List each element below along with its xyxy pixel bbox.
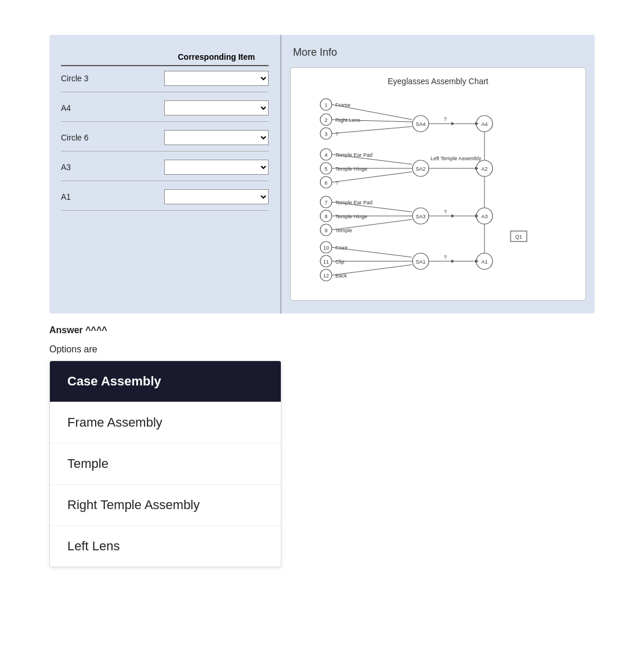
svg-line-56: [332, 219, 412, 230]
more-info-title: More Info: [293, 46, 586, 59]
svg-text:?: ?: [444, 254, 447, 260]
svg-line-16: [332, 127, 412, 134]
right-section: More Info Eyeglasses Assembly Chart 1 Fr…: [281, 35, 595, 313]
svg-text:Q1: Q1: [515, 234, 522, 240]
svg-line-77: [332, 247, 412, 257]
correspondence-table: Corresponding Item Circle 3 A4 Circle 6 …: [61, 52, 269, 211]
option-item-3[interactable]: Right Temple Assembly: [50, 485, 281, 526]
options-container: Case AssemblyFrame AssemblyTempleRight T…: [49, 360, 281, 567]
row-label-3: A3: [61, 163, 164, 172]
svg-text:A1: A1: [481, 259, 487, 265]
dropdown-select-0[interactable]: [164, 71, 269, 86]
dropdown-cell-1[interactable]: [164, 100, 269, 116]
row-label-0: Circle 3: [61, 74, 164, 83]
bottom-section: Answer ^^^^ Options are Case AssemblyFra…: [49, 325, 595, 567]
table-row: Circle 6: [61, 130, 269, 152]
option-item-1[interactable]: Frame Assembly: [50, 402, 281, 444]
svg-text:Left Temple Assembly: Left Temple Assembly: [430, 156, 482, 161]
dropdown-cell-0[interactable]: [164, 71, 269, 86]
diagram-title: Eyeglasses Assembly Chart: [299, 77, 577, 86]
svg-text:4: 4: [324, 152, 327, 158]
dropdown-select-1[interactable]: [164, 100, 269, 116]
svg-text:9: 9: [324, 228, 327, 233]
svg-line-79: [332, 265, 412, 275]
svg-text:Temple Hinge: Temple Hinge: [335, 166, 367, 172]
table-row: A1: [61, 189, 269, 211]
svg-text:8: 8: [324, 214, 327, 219]
svg-text:5: 5: [324, 166, 327, 172]
column-header: Corresponding Item: [164, 52, 269, 62]
diagram-box: Eyeglasses Assembly Chart 1 Frame 2 Righ…: [290, 67, 586, 301]
option-item-0[interactable]: Case Assembly: [50, 361, 281, 402]
option-item-2[interactable]: Temple: [50, 444, 281, 485]
answer-label: Answer ^^^^: [49, 325, 595, 336]
svg-text:SA4: SA4: [415, 121, 425, 127]
svg-text:Clip: Clip: [335, 259, 345, 265]
svg-text:7: 7: [324, 200, 327, 205]
assembly-chart-svg: 1 Frame 2 Right Lens 3 ? SA4 ? A4: [299, 92, 577, 289]
svg-text:SA3: SA3: [415, 214, 425, 219]
left-section: Corresponding Item Circle 3 A4 Circle 6 …: [49, 35, 281, 313]
row-label-1: A4: [61, 103, 164, 113]
svg-text:A4: A4: [481, 121, 487, 127]
svg-marker-83: [475, 259, 479, 263]
svg-text:12: 12: [323, 273, 329, 279]
table-row: A3: [61, 160, 269, 181]
dropdown-select-2[interactable]: [164, 130, 269, 145]
options-label: Options are: [49, 344, 595, 355]
table-header-row: Corresponding Item: [61, 52, 269, 66]
svg-text:?: ?: [335, 180, 338, 186]
row-label-2: Circle 6: [61, 133, 164, 142]
svg-text:1: 1: [324, 102, 327, 108]
row-label-4: A1: [61, 192, 164, 201]
svg-text:?: ?: [335, 131, 338, 137]
svg-text:10: 10: [323, 245, 329, 251]
table-row: Circle 3: [61, 71, 269, 92]
svg-text:2: 2: [324, 117, 327, 123]
svg-text:?: ?: [444, 116, 447, 122]
dropdown-cell-3[interactable]: [164, 160, 269, 175]
svg-text:?: ?: [444, 209, 447, 215]
dropdown-select-3[interactable]: [164, 160, 269, 175]
svg-text:SA2: SA2: [415, 166, 425, 172]
svg-text:6: 6: [324, 180, 327, 186]
dropdown-cell-2[interactable]: [164, 130, 269, 145]
svg-text:SA1: SA1: [415, 259, 425, 265]
svg-marker-39: [475, 167, 479, 170]
svg-text:Frame: Frame: [335, 102, 350, 108]
svg-text:A3: A3: [481, 214, 487, 219]
table-row: A4: [61, 100, 269, 122]
svg-line-37: [332, 172, 412, 182]
dropdown-select-4[interactable]: [164, 189, 269, 204]
svg-marker-81: [451, 259, 455, 263]
svg-text:Temple Hinge: Temple Hinge: [335, 214, 367, 219]
svg-marker-60: [475, 214, 479, 218]
option-item-4[interactable]: Left Lens: [50, 526, 281, 567]
svg-marker-18: [451, 122, 455, 125]
svg-text:A2: A2: [481, 166, 487, 172]
svg-marker-20: [475, 122, 479, 125]
svg-text:11: 11: [323, 259, 329, 265]
svg-marker-58: [451, 214, 455, 218]
svg-text:3: 3: [324, 131, 327, 137]
dropdown-cell-4[interactable]: [164, 189, 269, 204]
